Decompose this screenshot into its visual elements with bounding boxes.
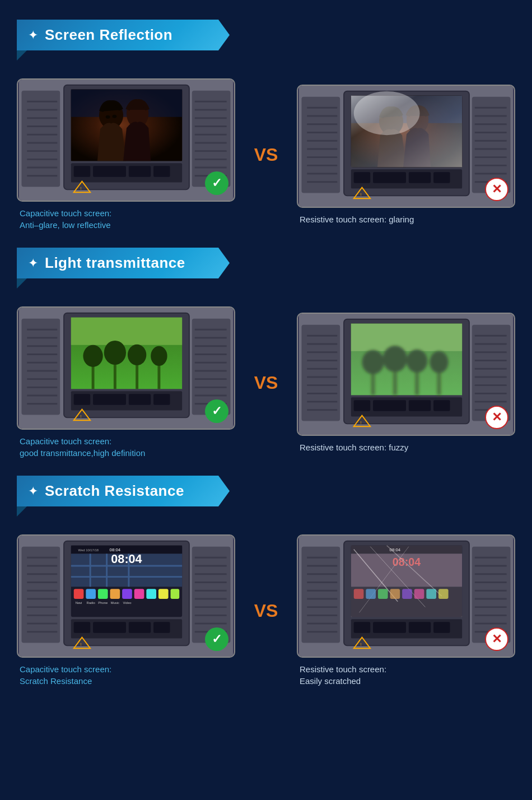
screen-image-scratch-good: 08:04 Wed 10/17/18 08:04	[17, 534, 235, 658]
svg-rect-200	[146, 589, 156, 599]
svg-rect-262	[433, 622, 450, 633]
svg-rect-209	[74, 622, 90, 633]
section-scratch-resistance: ✦ Scratch Resistance	[17, 476, 515, 506]
badge-good-scratch: ✓	[205, 627, 228, 651]
svg-rect-196	[98, 589, 108, 599]
caption-light-right: Resistive touch screen: fuzzy	[297, 441, 515, 453]
caption-scratch-left-line2: Scratch Resistance	[20, 675, 235, 687]
caption-light-right-line1: Resistive touch screen: fuzzy	[300, 441, 515, 453]
banner-notch-scratch	[17, 506, 27, 517]
svg-text:Music: Music	[111, 601, 119, 604]
svg-rect-71	[373, 172, 406, 183]
caption-reflection-right-line1: Resistive touch screen: glaring	[300, 213, 515, 225]
card-reflection-right: ! ✕ Resistive touch screen: glaring	[297, 85, 515, 225]
svg-point-68	[354, 91, 420, 135]
svg-rect-151	[351, 323, 462, 395]
banner-notch-reflection	[17, 50, 27, 61]
svg-rect-201	[158, 589, 169, 599]
svg-rect-154	[373, 400, 406, 411]
card-scratch-right: 08:04 08:04	[297, 534, 515, 687]
caption-reflection-left: Capacitive touch screen: Anti–glare, low…	[17, 207, 235, 231]
svg-rect-73	[433, 172, 450, 183]
svg-rect-210	[93, 622, 126, 633]
svg-point-105	[104, 341, 126, 365]
page-wrapper: ✦ Screen Reflection	[0, 0, 532, 715]
svg-rect-212	[153, 622, 170, 633]
svg-rect-114	[153, 394, 170, 405]
svg-text:!: !	[81, 414, 82, 419]
svg-rect-35	[153, 166, 170, 177]
svg-rect-257	[351, 546, 462, 617]
card-reflection-left: ! ✓ Capacitive touch screen: Anti–glare,…	[17, 78, 235, 231]
banner-icon-scratch: ✦	[28, 484, 38, 499]
vs-label-scratch: VS	[244, 601, 288, 621]
caption-reflection-right: Resistive touch screen: glaring	[297, 213, 515, 225]
svg-rect-101	[71, 318, 182, 345]
card-light-right: ! ✕ Resistive touch screen: fuzzy	[297, 313, 515, 453]
section-screen-reflection: ✦ Screen Reflection	[17, 20, 515, 50]
svg-rect-211	[129, 622, 151, 633]
banner-icon-light: ✦	[28, 256, 38, 271]
svg-rect-111	[74, 394, 90, 405]
svg-rect-77	[21, 319, 60, 415]
screen-image-light-bad: ! ✕	[297, 313, 515, 436]
svg-rect-118	[301, 324, 340, 421]
section-banner-scratch: ✦ Scratch Resistance	[17, 476, 230, 506]
svg-rect-72	[409, 172, 431, 183]
svg-rect-202	[171, 589, 180, 599]
svg-text:!: !	[81, 642, 82, 647]
svg-rect-32	[74, 166, 90, 177]
svg-text:08:04: 08:04	[111, 552, 142, 566]
vs-label-reflection: VS	[244, 145, 288, 165]
caption-scratch-left: Capacitive touch screen: Scratch Resista…	[17, 663, 235, 687]
badge-bad-light: ✕	[485, 406, 508, 429]
svg-rect-155	[409, 400, 431, 411]
svg-text:!: !	[361, 642, 362, 647]
caption-light-left: Capacitive touch screen: good transmitta…	[17, 435, 235, 459]
caption-scratch-left-line1: Capacitive touch screen:	[20, 663, 235, 675]
svg-rect-261	[409, 622, 431, 633]
svg-point-109	[151, 346, 167, 366]
svg-point-29	[106, 115, 110, 119]
svg-rect-153	[354, 400, 370, 411]
screen-image-scratch-bad: 08:04 08:04	[297, 534, 515, 658]
banner-icon-reflection: ✦	[28, 28, 38, 43]
svg-rect-34	[129, 166, 151, 177]
svg-rect-70	[354, 172, 370, 183]
svg-rect-194	[74, 589, 84, 599]
comparison-row-reflection: ! ✓ Capacitive touch screen: Anti–glare,…	[17, 78, 515, 231]
caption-scratch-right-line2: Easily scratched	[300, 675, 515, 687]
svg-point-107	[128, 345, 146, 365]
svg-rect-197	[110, 589, 120, 599]
card-light-left: ! ✓ Capacitive touch screen: good transm…	[17, 306, 235, 459]
section-banner-reflection: ✦ Screen Reflection	[17, 20, 230, 50]
caption-reflection-left-line2: Anti–glare, low reflective	[20, 219, 235, 231]
banner-notch-light	[17, 278, 27, 289]
svg-rect-112	[93, 394, 126, 405]
badge-bad-scratch: ✕	[485, 627, 508, 651]
section-banner-light: ✦ Light transmittance	[17, 248, 230, 278]
svg-text:Video: Video	[123, 601, 132, 604]
svg-rect-260	[373, 622, 406, 633]
svg-point-30	[112, 115, 116, 118]
svg-rect-216	[301, 547, 340, 643]
svg-rect-113	[129, 394, 151, 405]
caption-light-left-line2: good transmittance,high definition	[20, 447, 235, 459]
svg-text:!: !	[361, 192, 362, 197]
banner-title-reflection: Screen Reflection	[45, 26, 172, 44]
svg-rect-259	[354, 622, 370, 633]
svg-rect-198	[122, 589, 132, 599]
svg-text:Radio: Radio	[86, 601, 95, 604]
banner-title-light: Light transmittance	[45, 254, 185, 272]
svg-rect-156	[433, 400, 450, 411]
svg-text:Wed 10/17/18: Wed 10/17/18	[78, 548, 99, 552]
svg-rect-39	[301, 96, 340, 193]
screen-image-light-good: ! ✓	[17, 306, 235, 430]
svg-rect-33	[93, 166, 126, 177]
badge-good-reflection: ✓	[205, 171, 228, 195]
svg-rect-195	[86, 589, 96, 599]
caption-light-left-line1: Capacitive touch screen:	[20, 435, 235, 447]
section-light-transmittance: ✦ Light transmittance	[17, 248, 515, 278]
svg-rect-199	[134, 589, 144, 599]
svg-rect-160	[21, 547, 60, 643]
